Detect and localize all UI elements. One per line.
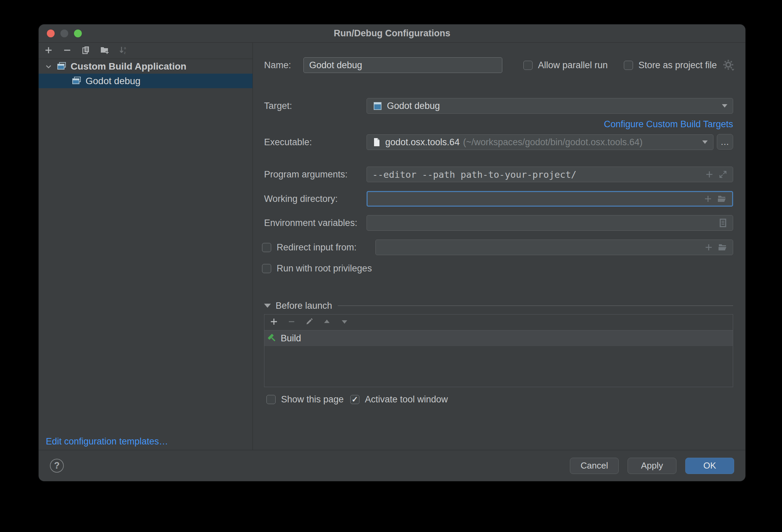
ok-button[interactable]: OK: [685, 458, 734, 474]
cancel-button[interactable]: Cancel: [570, 458, 619, 474]
target-value: Godot debug: [387, 101, 440, 111]
before-launch-header[interactable]: Before launch: [264, 300, 733, 311]
section-divider: [338, 305, 733, 306]
checkbox-box: [523, 61, 533, 70]
checkbox-box: [624, 61, 633, 70]
show-this-page-label: Show this page: [281, 394, 344, 405]
browse-executable-button[interactable]: ...: [717, 134, 733, 150]
plus-icon: [269, 317, 278, 327]
edit-task-button[interactable]: [302, 316, 317, 329]
plus-icon: [44, 45, 53, 56]
activate-tool-window-label: Activate tool window: [365, 394, 448, 405]
tree-item-custom-build-application[interactable]: Custom Build Application: [39, 59, 253, 74]
chevron-down-icon[interactable]: [43, 61, 54, 72]
run-debug-configurations-dialog: Run/Debug Configurations: [39, 24, 745, 481]
configurations-sidebar: a z Custom Build Application: [39, 43, 253, 450]
name-value: Godot debug: [309, 60, 362, 71]
expand-icon[interactable]: [719, 170, 727, 179]
checkbox-checked-box: ✓: [350, 395, 359, 404]
executable-label: Executable:: [264, 134, 312, 150]
root-privileges-checkbox[interactable]: Run with root privileges: [262, 261, 372, 276]
checkbox-box: [262, 264, 271, 273]
gear-icon: [723, 67, 735, 73]
task-label: Build: [281, 333, 301, 344]
remove-task-button[interactable]: [284, 316, 299, 329]
program-arguments-input[interactable]: --editor --path path-to-your-project/: [367, 167, 733, 182]
target-select[interactable]: Godot debug: [367, 98, 733, 114]
move-down-button[interactable]: [337, 316, 352, 329]
tree-item-label: Custom Build Application: [71, 61, 186, 72]
allow-parallel-run-checkbox[interactable]: Allow parallel run: [523, 57, 608, 73]
pencil-icon: [305, 317, 314, 327]
environment-variables-input[interactable]: [367, 215, 733, 231]
configuration-form: Name: Godot debug Allow parallel run Sto…: [253, 43, 745, 450]
copy-icon: [81, 45, 91, 56]
executable-path: (~/workspaces/godot/bin/godot.osx.tools.…: [463, 137, 643, 148]
activate-tool-window-checkbox[interactable]: ✓ Activate tool window: [350, 392, 448, 407]
tree-item-label: Godot debug: [86, 76, 141, 87]
program-arguments-value: --editor --path path-to-your-project/: [372, 169, 576, 180]
root-privileges-label: Run with root privileges: [277, 261, 372, 276]
sidebar-toolbar: a z: [39, 43, 253, 59]
apply-button[interactable]: Apply: [628, 458, 676, 474]
svg-text:a: a: [124, 46, 126, 50]
traffic-lights: [47, 30, 82, 37]
new-folder-button[interactable]: [97, 44, 112, 58]
checkbox-box: [266, 395, 276, 404]
minus-icon: [287, 317, 296, 327]
open-folder-icon[interactable]: [718, 243, 727, 252]
help-button[interactable]: ?: [50, 459, 64, 473]
new-folder-icon: [100, 45, 109, 56]
redirect-input-label: Redirect input from:: [277, 240, 357, 255]
sort-configurations-button[interactable]: a z: [116, 44, 130, 58]
dialog-footer: ? Cancel Apply OK: [39, 450, 745, 481]
redirect-input-field[interactable]: [375, 240, 733, 255]
store-options-button[interactable]: [723, 59, 735, 72]
build-application-icon: [71, 76, 82, 86]
executable-value: godot.osx.tools.64: [385, 137, 460, 148]
tree-item-godot-debug[interactable]: Godot debug: [39, 74, 253, 88]
add-task-button[interactable]: [266, 316, 281, 329]
allow-parallel-run-label: Allow parallel run: [538, 60, 608, 71]
close-button[interactable]: [47, 30, 55, 37]
edit-configuration-templates-link[interactable]: Edit configuration templates…: [46, 436, 168, 447]
svg-text:z: z: [124, 51, 126, 55]
configure-custom-build-targets-link[interactable]: Configure Custom Build Targets: [604, 119, 733, 130]
add-macro-icon[interactable]: [704, 194, 712, 203]
before-launch-toolbar: [264, 315, 733, 330]
working-directory-label: Working directory:: [264, 191, 338, 207]
before-launch-task-build[interactable]: Build: [264, 330, 733, 346]
collapse-triangle-icon[interactable]: [264, 304, 271, 308]
arrow-up-icon: [322, 317, 331, 327]
remove-configuration-button[interactable]: [60, 44, 74, 58]
before-launch-title: Before launch: [276, 301, 332, 311]
program-arguments-label: Program arguments:: [264, 167, 348, 182]
window-title: Run/Debug Configurations: [39, 24, 745, 42]
build-application-icon: [56, 61, 67, 72]
hammer-icon: [267, 333, 277, 343]
minus-icon: [62, 45, 72, 56]
arrow-down-icon: [340, 317, 349, 327]
environment-variables-label: Environment variables:: [264, 215, 357, 231]
add-macro-icon[interactable]: [705, 170, 714, 179]
copy-configuration-button[interactable]: [79, 44, 93, 58]
name-input[interactable]: Godot debug: [303, 57, 502, 73]
open-folder-icon[interactable]: [717, 194, 727, 203]
redirect-input-checkbox[interactable]: Redirect input from:: [262, 240, 357, 255]
browse-variables-icon[interactable]: [719, 218, 727, 228]
titlebar[interactable]: Run/Debug Configurations: [39, 24, 745, 43]
name-label: Name:: [264, 57, 291, 73]
working-directory-input[interactable]: [367, 191, 733, 207]
minimize-button: [60, 30, 68, 37]
file-icon: [372, 137, 381, 147]
build-target-icon: [372, 101, 383, 111]
add-configuration-button[interactable]: [41, 44, 56, 58]
chevron-down-icon: [722, 104, 727, 108]
zoom-button[interactable]: [74, 30, 82, 37]
executable-select[interactable]: godot.osx.tools.64 (~/workspaces/godot/b…: [367, 134, 713, 150]
move-up-button[interactable]: [319, 316, 334, 329]
store-as-project-file-checkbox[interactable]: Store as project file: [624, 57, 717, 73]
chevron-down-icon: [702, 140, 708, 144]
show-this-page-checkbox[interactable]: Show this page: [266, 392, 344, 407]
add-macro-icon[interactable]: [704, 243, 713, 252]
